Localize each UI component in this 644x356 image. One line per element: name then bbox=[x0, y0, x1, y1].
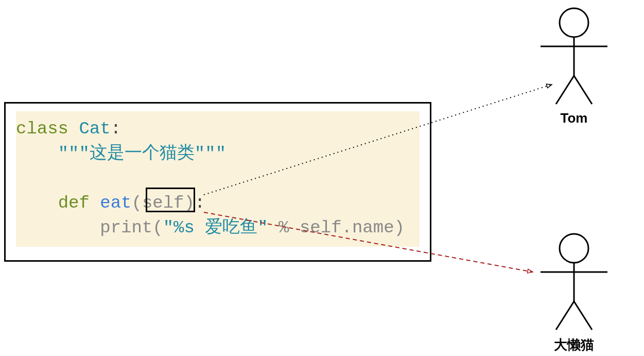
docstring: """这是一个猫类""" bbox=[58, 144, 226, 163]
colon: : bbox=[111, 119, 121, 139]
stick-figure-icon bbox=[533, 6, 615, 107]
svg-point-5 bbox=[560, 234, 588, 263]
param-self: self bbox=[142, 193, 184, 213]
paren-close: ) bbox=[184, 193, 195, 213]
tom-label: Tom bbox=[533, 110, 615, 126]
svg-line-8 bbox=[556, 301, 574, 330]
svg-point-0 bbox=[560, 8, 588, 37]
paren-open: ( bbox=[131, 193, 142, 213]
colon-2: : bbox=[195, 193, 205, 213]
code-container: class Cat: """这是一个猫类""" def eat(self): p… bbox=[4, 102, 431, 262]
svg-line-3 bbox=[556, 76, 574, 104]
paren-open-2: ( bbox=[152, 218, 163, 238]
code-content: class Cat: """这是一个猫类""" def eat(self): p… bbox=[16, 116, 405, 240]
self-attr: self.name bbox=[300, 218, 394, 238]
keyword-class: class bbox=[16, 119, 68, 139]
lazy-cat-label: 大懒猫 bbox=[533, 336, 615, 354]
stick-figure-icon bbox=[533, 232, 615, 332]
stick-figure-tom: Tom bbox=[533, 6, 615, 126]
paren-close-2: ) bbox=[394, 218, 405, 238]
svg-line-9 bbox=[574, 301, 592, 330]
class-name: Cat bbox=[79, 119, 110, 139]
function-name: eat bbox=[100, 193, 131, 213]
print-call: print bbox=[100, 218, 152, 238]
string-literal: "%s 爱吃鱼" bbox=[163, 218, 268, 238]
stick-figure-lazy-cat: 大懒猫 bbox=[533, 232, 615, 354]
percent-op: % bbox=[268, 218, 300, 238]
keyword-def: def bbox=[58, 193, 90, 213]
svg-line-4 bbox=[574, 76, 592, 104]
